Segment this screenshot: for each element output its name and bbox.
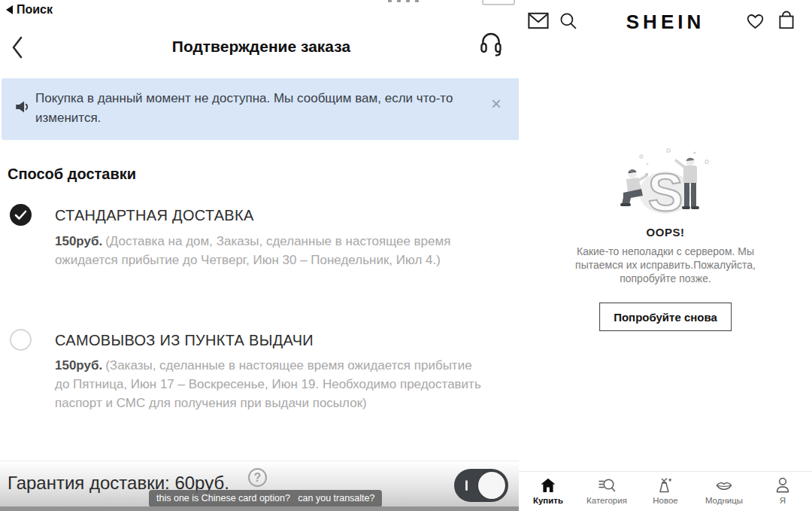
nav-item-new[interactable]: Новое xyxy=(636,472,695,511)
back-triangle-icon xyxy=(6,5,13,14)
nav-label: Купить xyxy=(533,496,563,505)
heart-icon xyxy=(746,12,765,29)
retry-button[interactable]: Попробуйте снова xyxy=(599,303,732,331)
home-icon xyxy=(539,476,557,494)
back-to-search-link[interactable]: Поиск xyxy=(6,3,53,17)
banner-message: Покупка в данный момент не доступна. Мы … xyxy=(35,89,458,128)
shein-logo: SHEIN xyxy=(519,11,812,34)
nav-label: Категория xyxy=(586,496,627,505)
delivery-option-pickup[interactable]: САМОВЫВОЗ ИЗ ПУНКТА ВЫДАЧИ 150руб.(Заказ… xyxy=(0,324,523,433)
notification-banner: Покупка в данный момент не доступна. Мы … xyxy=(2,78,521,140)
page-title: Подтверждение заказа xyxy=(0,38,523,56)
guarantee-toggle[interactable] xyxy=(454,469,508,502)
wishlist-button[interactable] xyxy=(746,12,765,29)
nav-label: Модницы xyxy=(705,496,743,505)
radio-unselected-icon[interactable] xyxy=(10,329,32,351)
check-icon xyxy=(14,210,27,221)
headset-icon xyxy=(479,30,503,59)
error-message: Какие-то неполадки с сервером. Мы пытаем… xyxy=(554,245,777,285)
category-icon xyxy=(598,476,616,494)
support-button[interactable] xyxy=(479,30,503,59)
bag-icon xyxy=(777,10,796,31)
delivery-method-heading: Способ доставки xyxy=(8,166,136,183)
nav-item-shop[interactable]: Купить xyxy=(519,472,577,511)
delivery-price: 150руб. xyxy=(55,234,102,248)
delivery-details: (Доставка на дом, Заказы, сделанные в на… xyxy=(55,234,450,267)
nav-item-category[interactable]: Категория xyxy=(577,472,636,511)
nav-item-me[interactable]: Я xyxy=(753,472,812,511)
nav-item-trends[interactable]: Модницы xyxy=(695,472,753,511)
lips-icon xyxy=(714,476,734,494)
help-icon[interactable]: ? xyxy=(248,468,267,487)
battery-icon xyxy=(482,0,515,5)
order-confirmation-screen: Поиск Подтверждение заказа Покупка в дан… xyxy=(0,0,523,511)
dress-icon xyxy=(656,476,674,494)
top-bar: SHEIN xyxy=(519,0,812,42)
nav-label: Я xyxy=(780,496,786,505)
error-illustration: S xyxy=(519,146,812,221)
shein-error-screen: SHEIN S xyxy=(519,0,812,511)
nav-label: Новое xyxy=(653,496,677,505)
delivery-option-description: 150руб.(Заказы, сделанные в настоящее вр… xyxy=(55,356,489,412)
bottom-strip xyxy=(0,506,523,511)
cart-button[interactable] xyxy=(777,10,796,31)
delivery-option-title: САМОВЫВОЗ ИЗ ПУНКТА ВЫДАЧИ xyxy=(55,332,314,349)
caption-overlay: this one is Chinese card option? can you… xyxy=(149,490,382,507)
delivery-option-title: СТАНДАРТНАЯ ДОСТАВКА xyxy=(55,207,254,224)
profile-icon xyxy=(774,476,792,494)
back-to-search-label: Поиск xyxy=(17,3,53,17)
delivery-details: (Заказы, сделанные в настоящее время ожи… xyxy=(55,358,481,410)
banner-close-button[interactable]: × xyxy=(491,95,501,113)
speaker-icon xyxy=(14,97,33,117)
svg-text:S: S xyxy=(648,163,683,221)
toggle-knob xyxy=(478,472,505,499)
delivery-option-description: 150руб.(Доставка на дом, Заказы, сделанн… xyxy=(55,232,489,269)
delivery-price: 150руб. xyxy=(55,358,102,373)
signal-dots-icon xyxy=(388,0,419,2)
radio-selected-icon[interactable] xyxy=(10,204,32,226)
bottom-nav: Купить Категория Новое xyxy=(519,471,812,511)
error-title: OOPS! xyxy=(519,226,812,239)
delivery-option-standard[interactable]: СТАНДАРТНАЯ ДОСТАВКА 150руб.(Доставка на… xyxy=(0,199,523,294)
toggle-on-mark xyxy=(465,480,468,491)
